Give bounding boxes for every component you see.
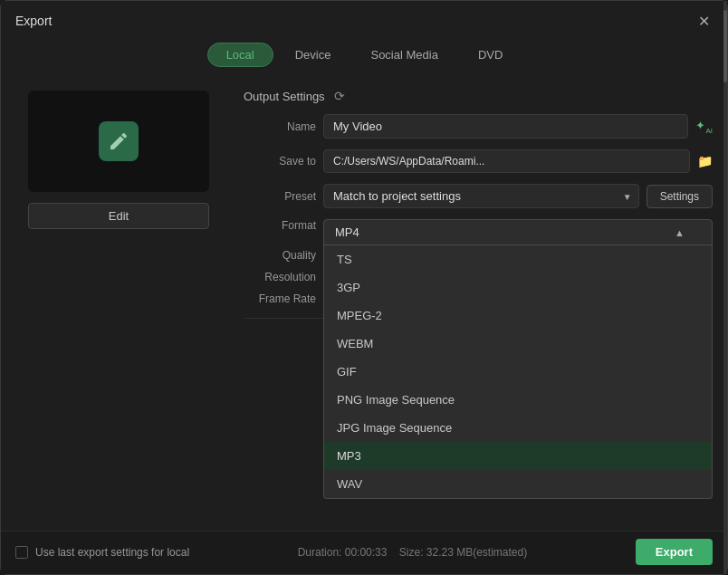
format-label: Format [244,219,316,232]
format-dropdown-list[interactable]: TS 3GP MPEG-2 WEBM GIF PNG Image Sequenc… [323,245,713,499]
preset-label: Preset [244,190,316,203]
last-export-label: Use last export settings for local [35,546,189,559]
format-select-wrapper: MP4 ▲ TS 3GP MPEG-2 WEBM GIF PNG Image S… [323,219,713,245]
tab-device[interactable]: Device [277,43,350,67]
window-title: Export [15,14,52,28]
save-to-label: Save to [244,155,316,168]
dropdown-item-mp3[interactable]: MP3 [324,442,712,470]
format-selected-value: MP4 [335,225,359,239]
preview-box [28,91,209,192]
format-select-box[interactable]: MP4 ▲ [323,219,713,245]
dropdown-item-ts[interactable]: TS [324,245,712,273]
dropdown-item-gif[interactable]: GIF [324,358,712,386]
name-input[interactable] [323,114,688,139]
dropdown-item-wav[interactable]: WAV [324,470,712,498]
close-button[interactable]: ✕ [694,12,713,30]
export-window: Export ✕ Local Device Social Media DVD E… [0,0,728,575]
folder-icon[interactable]: 📁 [697,154,713,168]
ai-icon[interactable]: ✦AI [695,119,713,135]
quality-label: Quality [244,249,316,262]
name-row: Name ✦AI [244,114,713,139]
resolution-label: Resolution [244,271,316,283]
scrollbar[interactable] [723,76,727,531]
format-row: Format MP4 ▲ TS 3GP MPEG-2 WEBM GIF PNG … [244,219,713,245]
dropdown-item-webm[interactable]: WEBM [324,330,712,358]
right-panel: Output Settings ⟳ Name ✦AI Save to C:/Us… [236,76,727,531]
save-to-row: Save to C:/Users/WS/AppData/Roami... 📁 [244,149,713,173]
title-bar: Export ✕ [1,1,727,37]
left-panel: Edit [1,76,236,531]
size-label: Size: 32.23 MB(estimated) [399,546,527,559]
preview-icon [99,121,139,161]
tab-local[interactable]: Local [207,43,273,67]
frame-rate-label: Frame Rate [244,292,316,305]
footer: Use last export settings for local Durat… [1,531,727,574]
tab-bar: Local Device Social Media DVD [1,37,727,76]
chevron-up-icon: ▲ [675,227,685,238]
output-settings-label: Output Settings [244,90,325,103]
settings-button[interactable]: Settings [647,185,713,208]
preset-row: Preset Match to project settings ▼ Setti… [244,184,713,208]
preset-select[interactable]: Match to project settings [323,184,639,208]
duration-label: Duration: 00:00:33 [298,546,388,559]
export-button[interactable]: Export [636,539,713,565]
dropdown-item-jpg-seq[interactable]: JPG Image Sequence [324,414,712,442]
dropdown-item-mpeg2[interactable]: MPEG-2 [324,302,712,330]
save-path-display: C:/Users/WS/AppData/Roami... [323,149,690,173]
footer-center: Duration: 00:00:33 Size: 32.23 MB(estima… [298,546,528,559]
footer-left: Use last export settings for local [15,546,189,559]
last-export-checkbox[interactable] [15,546,28,559]
output-settings-header: Output Settings ⟳ [244,76,713,114]
refresh-icon[interactable]: ⟳ [332,89,347,103]
scroll-thumb [723,76,727,82]
tab-dvd[interactable]: DVD [460,43,521,67]
name-label: Name [244,120,316,133]
edit-button[interactable]: Edit [28,203,209,229]
content-area: Edit Output Settings ⟳ Name ✦AI Save to … [1,76,727,531]
dropdown-item-png-seq[interactable]: PNG Image Sequence [324,386,712,414]
tab-social-media[interactable]: Social Media [352,43,455,67]
pencil-icon [108,130,129,152]
dropdown-item-3gp[interactable]: 3GP [324,273,712,302]
